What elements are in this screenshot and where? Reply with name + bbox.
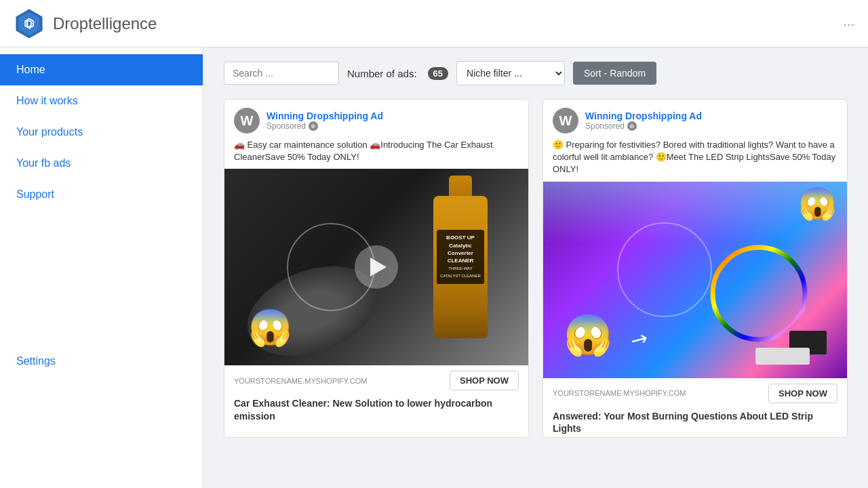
main-layout: Home How it works Your products Your fb … (0, 47, 868, 488)
sidebar-item-your-products[interactable]: Your products (0, 117, 203, 148)
ad-card-2-header: W Winning Dropshipping Ad Sponsored ⊕ (543, 100, 847, 139)
ad-2-sponsored-icon: ⊕ (627, 121, 637, 131)
ad-1-product: Car Exhaust Cleaner: New Solution to low… (224, 393, 528, 424)
ad-2-avatar: W (553, 108, 578, 134)
ad-2-shop-now-button[interactable]: SHOP NOW (768, 384, 837, 403)
logo: ⬡ D Droptelligence (14, 8, 157, 39)
ad-1-image: BOOST UPCatalytic ConverterCLEANERTHREE-… (224, 169, 528, 365)
app-title: Droptelligence (53, 14, 157, 33)
ads-grid: W Winning Dropshipping Ad Sponsored ⊕ 🚗 … (224, 99, 848, 438)
main-content: Number of ads: 65 Niche filter ... All A… (203, 47, 868, 488)
ads-count-badge: 65 (428, 67, 448, 80)
ad-1-store-url: YOURSTORENAME.MYSHOPIFY.COM (234, 377, 367, 385)
ad-1-meta: Winning Dropshipping Ad Sponsored ⊕ (267, 110, 383, 131)
bottle-label: BOOST UPCatalytic ConverterCLEANERTHREE-… (437, 230, 484, 283)
bottle: BOOST UPCatalytic ConverterCLEANERTHREE-… (433, 176, 488, 345)
sidebar-item-your-fb-ads[interactable]: Your fb ads (0, 148, 203, 179)
ad-1-description: 🚗 Easy car maintenance solution 🚗Introdu… (224, 139, 528, 169)
ad-1-page-name: Winning Dropshipping Ad (267, 110, 383, 121)
led-emoji-1: 😱 (564, 312, 612, 358)
ad-1-image-bg: BOOST UPCatalytic ConverterCLEANERTHREE-… (224, 169, 528, 365)
sidebar-spacer (0, 210, 203, 346)
ad-1-sponsored: Sponsored ⊕ (267, 121, 383, 131)
logo-icon: ⬡ D (14, 8, 45, 39)
led-remote (755, 348, 810, 365)
ad-1-shop-now-button[interactable]: SHOP NOW (450, 371, 519, 390)
sidebar-item-home[interactable]: Home (0, 54, 203, 85)
ad-2-footer-url: YOURSTORENAME.MYSHOPIFY.COM SHOP NOW (543, 378, 847, 406)
arrow-icon: ↗ (627, 325, 653, 354)
ad-2-page-name: Winning Dropshipping Ad (585, 110, 702, 121)
ad-1-avatar: W (234, 108, 260, 134)
sidebar-item-support[interactable]: Support (0, 179, 203, 210)
sidebar: Home How it works Your products Your fb … (0, 47, 203, 488)
ad-2-sponsored: Sponsored ⊕ (585, 121, 702, 131)
ad-1-product-title: Car Exhaust Cleaner: New Solution to low… (234, 397, 519, 422)
circular-overlay (287, 223, 375, 311)
svg-point-4 (713, 247, 805, 340)
ad-2-product: Answered: Your Most Burning Questions Ab… (543, 406, 847, 437)
sidebar-item-how-it-works[interactable]: How it works (0, 85, 203, 117)
svg-text:D: D (26, 18, 33, 29)
header-menu[interactable]: ··· (843, 16, 854, 31)
ad-2-image: 😱 😱 ↗ (543, 182, 847, 378)
ad-2-store-url: YOURSTORENAME.MYSHOPIFY.COM (553, 389, 686, 397)
ad-1-footer-url: YOURSTORENAME.MYSHOPIFY.COM SHOP NOW (224, 365, 528, 393)
ad-2-product-title: Answered: Your Most Burning Questions Ab… (553, 410, 837, 434)
search-input[interactable] (224, 62, 339, 85)
emoji-shocked: 😱 (248, 307, 292, 348)
sidebar-item-settings[interactable]: Settings (0, 346, 203, 377)
led-emoji-2: 😱 (798, 185, 837, 222)
led-circular-overlay (617, 222, 712, 317)
sort-random-button[interactable]: Sort - Random (573, 62, 656, 85)
bottle-body: BOOST UPCatalytic ConverterCLEANERTHREE-… (433, 196, 488, 338)
ad-card-2: W Winning Dropshipping Ad Sponsored ⊕ 🙂 … (542, 99, 848, 438)
ad-card-1-header: W Winning Dropshipping Ad Sponsored ⊕ (224, 100, 528, 139)
led-circle-container (708, 243, 810, 344)
num-ads-label: Number of ads: (347, 68, 417, 79)
ad-2-image-bg: 😱 😱 ↗ (543, 182, 847, 378)
ad-2-description: 🙂 Preparing for festivities? Bored with … (543, 139, 847, 182)
led-circle-svg (708, 243, 810, 344)
ad-card-1: W Winning Dropshipping Ad Sponsored ⊕ 🚗 … (224, 99, 529, 438)
app-header: ⬡ D Droptelligence ··· (0, 0, 868, 47)
toolbar: Number of ads: 65 Niche filter ... All A… (224, 61, 848, 85)
ad-1-sponsored-icon: ⊕ (309, 121, 318, 131)
niche-filter-select[interactable]: Niche filter ... All Automotive Home & G… (456, 61, 565, 85)
ad-2-meta: Winning Dropshipping Ad Sponsored ⊕ (585, 110, 702, 131)
